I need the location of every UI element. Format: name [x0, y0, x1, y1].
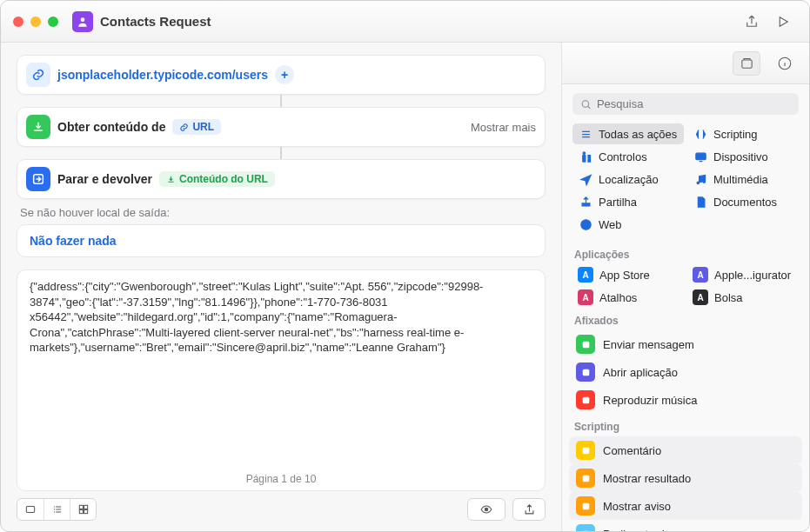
search-input[interactable]	[597, 97, 791, 110]
category-partilha[interactable]: Partilha	[572, 191, 684, 212]
svg-rect-11	[582, 155, 585, 162]
view-list-button[interactable]	[44, 499, 70, 520]
app-app-store[interactable]: AApp Store	[572, 264, 684, 285]
no-exit-label: Se não houver local de saída:	[17, 199, 546, 224]
output-icon	[26, 167, 50, 191]
action-mostrar-aviso[interactable]: Mostrar aviso	[569, 492, 802, 520]
svg-rect-21	[582, 475, 589, 482]
action-enviar-mensagem[interactable]: Enviar mensagem	[569, 330, 802, 358]
link-icon	[26, 63, 50, 87]
svg-rect-6	[84, 510, 87, 514]
output-text[interactable]: {"address":{"city":"Gwenborough","street…	[17, 270, 545, 468]
category-icon	[693, 195, 707, 209]
share-output-button[interactable]	[513, 499, 545, 520]
svg-rect-17	[582, 341, 589, 348]
info-button[interactable]	[771, 51, 799, 76]
search-field[interactable]	[572, 93, 799, 115]
svg-rect-23	[582, 530, 589, 531]
category-documentos[interactable]: Documentos	[687, 191, 799, 212]
category-icon	[579, 217, 592, 231]
action-icon	[576, 469, 595, 488]
zoom-window-btn[interactable]	[48, 17, 58, 27]
svg-rect-5	[79, 510, 83, 514]
page-indicator: Página 1 de 10	[17, 468, 545, 490]
library-sidebar: Todas as açõesScriptingControlosDisposit…	[561, 43, 809, 531]
svg-rect-13	[695, 153, 705, 160]
content-token[interactable]: Conteúdo do URL	[159, 171, 275, 187]
window-title: Contacts Request	[100, 14, 211, 29]
action-icon	[576, 390, 595, 409]
url-value[interactable]: jsonplaceholder.typicode.com/users	[57, 68, 268, 82]
share-button[interactable]	[738, 10, 766, 34]
svg-rect-4	[84, 505, 87, 509]
url-action[interactable]: jsonplaceholder.typicode.com/users +	[17, 55, 546, 95]
app-atalhos[interactable]: AAtalhos	[572, 287, 684, 308]
output-preview: {"address":{"city":"Gwenborough","street…	[17, 269, 546, 491]
category-scripting[interactable]: Scripting	[687, 123, 799, 144]
svg-rect-22	[582, 502, 589, 509]
no-exit-value[interactable]: Não fazer nada	[30, 234, 117, 248]
editor-canvas: jsonplaceholder.typicode.com/users + Obt…	[1, 43, 561, 531]
get-content-label: Obter conteúdo de	[57, 120, 165, 134]
connector	[17, 147, 546, 159]
no-exit-action[interactable]: Não fazer nada	[17, 224, 546, 257]
category-dispositivo[interactable]: Dispositivo	[687, 146, 799, 167]
svg-rect-2	[26, 507, 34, 513]
library-button[interactable]	[733, 51, 760, 76]
app-apple-igurator[interactable]: AApple...igurator	[687, 264, 799, 285]
action-abrir-aplicação[interactable]: Abrir aplicação	[569, 358, 802, 386]
quick-look-button[interactable]	[468, 499, 505, 520]
action-icon	[576, 441, 595, 460]
action-icon	[576, 496, 595, 515]
category-icon	[693, 127, 707, 141]
run-button[interactable]	[769, 10, 797, 34]
category-icon	[579, 150, 592, 163]
svg-rect-3	[79, 505, 83, 509]
search-icon	[580, 98, 592, 110]
app-bolsa[interactable]: ABolsa	[687, 287, 799, 308]
category-icon	[693, 172, 707, 186]
category-localização[interactable]: Localização	[572, 169, 684, 190]
svg-rect-18	[582, 369, 589, 376]
svg-point-15	[703, 180, 706, 183]
action-icon	[576, 362, 595, 382]
add-url-button[interactable]: +	[275, 65, 294, 84]
minimize-window-btn[interactable]	[30, 17, 41, 27]
action-icon	[576, 524, 595, 531]
view-card-button[interactable]	[17, 499, 44, 520]
category-icon	[579, 172, 592, 186]
close-window-btn[interactable]	[13, 17, 23, 27]
show-more-link[interactable]: Mostrar mais	[471, 121, 536, 134]
window-controls	[13, 17, 58, 27]
svg-point-10	[582, 100, 589, 107]
scripting-header: Scripting	[562, 414, 809, 436]
app-icon: A	[578, 289, 593, 305]
apps-header: Aplicações	[562, 242, 809, 264]
connector	[17, 95, 546, 107]
app-icon: A	[578, 267, 593, 283]
svg-point-12	[583, 151, 586, 154]
download-icon	[26, 115, 50, 139]
svg-rect-8	[741, 60, 751, 68]
action-icon	[576, 335, 595, 354]
pinned-header: Afixados	[562, 308, 809, 330]
app-icon: A	[693, 289, 708, 305]
category-controlos[interactable]: Controlos	[572, 146, 684, 167]
stop-output-action[interactable]: Parar e devolver Conteúdo do URL	[17, 159, 546, 199]
view-grid-button[interactable]	[70, 499, 96, 520]
svg-rect-20	[582, 447, 589, 454]
category-web[interactable]: Web	[572, 214, 684, 235]
action-reproduzir-música[interactable]: Reproduzir música	[569, 386, 802, 414]
url-token[interactable]: URL	[172, 119, 221, 135]
svg-rect-19	[582, 396, 589, 403]
app-icon: A	[693, 267, 708, 283]
action-mostrar-resultado[interactable]: Mostrar resultado	[569, 464, 802, 492]
category-todas-as-ações[interactable]: Todas as ações	[572, 123, 684, 144]
get-content-action[interactable]: Obter conteúdo de URL Mostrar mais	[17, 107, 546, 147]
category-multimédia[interactable]: Multimédia	[687, 169, 799, 190]
bottom-toolbar	[17, 491, 546, 521]
svg-point-7	[485, 508, 488, 511]
action-comentário[interactable]: Comentário	[569, 436, 802, 464]
category-icon	[579, 127, 592, 141]
action-pedir-entrada[interactable]: Pedir entrada	[569, 520, 802, 531]
